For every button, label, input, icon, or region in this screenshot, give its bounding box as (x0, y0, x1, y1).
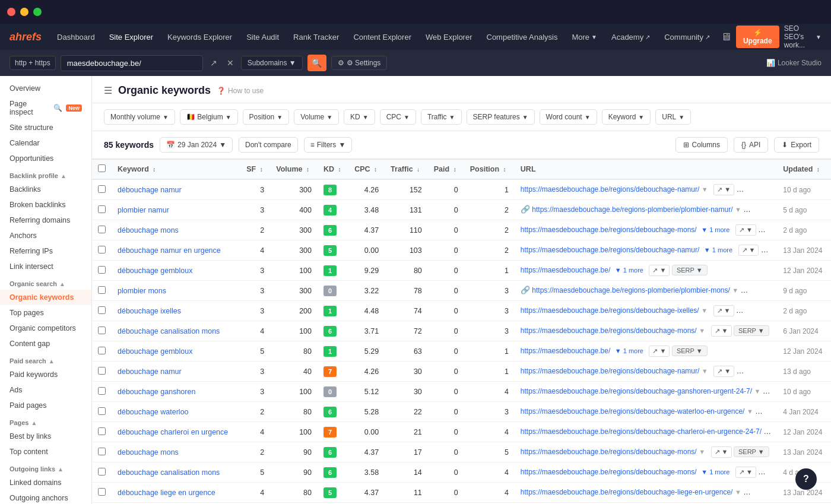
sidebar-item-top-pages[interactable]: Top pages (0, 305, 91, 321)
col-traffic[interactable]: Traffic ↓ (385, 160, 428, 180)
row-checkbox[interactable] (92, 281, 112, 301)
nav-site-audit[interactable]: Site Audit (240, 29, 285, 45)
trend-button[interactable]: ↗ ▼ (759, 406, 777, 417)
url-dropdown[interactable]: ▼ (702, 367, 708, 375)
url-dropdown[interactable]: ▼ (764, 428, 770, 435)
url-dropdown[interactable]: ▼ (732, 287, 738, 294)
trend-button[interactable]: ↗ ▼ (747, 204, 767, 215)
url-input[interactable] (61, 55, 203, 71)
url-link[interactable]: https://maesdebouchage.be/regions/debouc… (521, 367, 700, 375)
keyword-link[interactable]: débouchage charleroi en urgence (118, 428, 228, 436)
sidebar-section-pages[interactable]: Pages ▲ (0, 413, 91, 429)
filter-serp-features[interactable]: SERP features ▼ (467, 109, 535, 125)
nav-keywords-explorer[interactable]: Keywords Explorer (161, 29, 238, 45)
more-url-link[interactable]: ▼ 1 more (701, 468, 729, 476)
more-url-link[interactable]: ▼ 1 more (615, 267, 643, 274)
keyword-link[interactable]: débouchage namur en urgence (118, 246, 221, 255)
nav-competitive[interactable]: Competitive Analysis (481, 29, 564, 45)
url-dropdown[interactable]: ▼ (699, 448, 705, 455)
filter-kd[interactable]: KD ▼ (344, 109, 375, 125)
sidebar-item-link-intersect[interactable]: Link intersect (0, 259, 91, 274)
keyword-link[interactable]: plombier namur (118, 206, 169, 214)
keyword-link[interactable]: debouchage canalisation mons (118, 468, 220, 477)
sidebar-item-organic-keywords[interactable]: Organic keywords (0, 290, 91, 305)
sidebar-section-organic[interactable]: Organic search ▲ (0, 274, 91, 290)
row-checkbox[interactable] (92, 321, 112, 341)
nav-community[interactable]: Community ↗ (658, 29, 716, 45)
url-link[interactable]: https://maesdebouchage.be/ (521, 266, 610, 274)
sidebar-item-referring-ips[interactable]: Referring IPs (0, 243, 91, 259)
url-link[interactable]: https://maesdebouchage.be/regions-plombe… (532, 205, 732, 214)
keyword-link[interactable]: debouchage mons (118, 448, 179, 457)
row-checkbox[interactable] (92, 261, 112, 281)
row-checkbox[interactable] (92, 462, 112, 483)
url-link[interactable]: https://maesdebouchage.be/regions/debouc… (521, 427, 762, 436)
nav-site-explorer[interactable]: Site Explorer (103, 29, 159, 45)
sidebar-item-linked-domains[interactable]: Linked domains (0, 475, 91, 490)
row-checkbox[interactable] (92, 240, 112, 261)
filter-country[interactable]: 🇧🇪 Belgium ▼ (180, 109, 238, 125)
col-kd[interactable]: KD ↕ (318, 160, 348, 180)
sidebar-item-outgoing-anchors[interactable]: Outgoing anchors (0, 490, 91, 504)
close-button[interactable] (7, 8, 15, 16)
keyword-link[interactable]: débouchage mons (118, 226, 179, 234)
select-all-checkbox[interactable] (92, 160, 112, 180)
sidebar-item-anchors[interactable]: Anchors (0, 228, 91, 243)
url-link[interactable]: https://maesdebouchage.be/regions/debouc… (521, 306, 699, 315)
sidebar-item-paid-pages[interactable]: Paid pages (0, 398, 91, 413)
filter-volume[interactable]: Volume ▼ (294, 109, 339, 125)
col-cpc[interactable]: CPC ↕ (348, 160, 385, 180)
url-link[interactable]: https://maesdebouchage.be/regions/debouc… (521, 407, 745, 416)
close-url-button[interactable]: ✕ (224, 56, 236, 70)
col-sf[interactable]: SF ↕ (240, 160, 270, 180)
columns-button[interactable]: ⊞ Columns (675, 137, 728, 153)
serp-button[interactable]: SERP ▼ (767, 285, 777, 296)
trend-button[interactable]: ↗ ▼ (766, 386, 777, 397)
url-dropdown[interactable]: ▼ (701, 307, 708, 314)
serp-button[interactable]: SERP ▼ (734, 446, 769, 457)
sidebar-section-outgoing[interactable]: Outgoing links ▲ (0, 459, 91, 475)
upgrade-button[interactable]: ⚡ Upgrade (736, 26, 779, 48)
serp-button[interactable]: SERP ▼ (761, 245, 777, 255)
row-checkbox[interactable] (92, 402, 112, 422)
keyword-link[interactable]: débouchage waterloo (118, 408, 189, 416)
trend-button[interactable]: ↗ ▼ (776, 426, 777, 438)
minimize-button[interactable] (20, 8, 28, 16)
nav-academy[interactable]: Academy ↗ (605, 29, 656, 45)
sidebar-item-paid-keywords[interactable]: Paid keywords (0, 367, 91, 382)
more-url-link[interactable]: ▼ 1 more (615, 347, 643, 354)
col-keyword[interactable]: Keyword ↕ (112, 160, 240, 180)
looker-studio-button[interactable]: 📊 Looker Studio (766, 59, 822, 67)
sidebar-item-organic-competitors[interactable]: Organic competitors (0, 321, 91, 336)
url-dropdown[interactable]: ▼ (735, 206, 741, 213)
col-volume[interactable]: Volume ↕ (270, 160, 318, 180)
url-link[interactable]: https://maesdebouchage.be/regions/debouc… (521, 387, 752, 395)
settings-button[interactable]: ⚙ ⚙ Settings (331, 56, 388, 70)
url-link[interactable]: https://maesdebouchage.be/regions/debouc… (521, 468, 697, 476)
row-checkbox[interactable] (92, 179, 112, 200)
trend-button[interactable]: ↗ ▼ (713, 305, 734, 316)
serp-button[interactable]: SERP ▼ (770, 487, 778, 497)
url-link[interactable]: https://maesdebouchage.be/regions/debouc… (521, 448, 697, 456)
keyword-link[interactable]: débouchage gembloux (118, 347, 193, 356)
serp-button[interactable]: SERP ▼ (672, 345, 708, 356)
sidebar-item-site-structure[interactable]: Site structure (0, 120, 91, 135)
filter-word-count[interactable]: Word count ▼ (540, 109, 597, 125)
keyword-link[interactable]: débouchage ganshoren (118, 388, 195, 396)
url-link[interactable]: https://maesdebouchage.be/regions/debouc… (521, 488, 733, 496)
url-dropdown[interactable]: ▼ (735, 489, 741, 496)
trend-button[interactable]: ↗ ▼ (744, 285, 765, 296)
keyword-link[interactable]: debouchage namur (118, 367, 182, 376)
sidebar-item-backlinks[interactable]: Backlinks (0, 182, 91, 197)
sidebar-item-referring-domains[interactable]: Referring domains (0, 213, 91, 228)
search-button[interactable]: 🔍 (307, 55, 326, 71)
url-link[interactable]: https://maesdebouchage.be/regions/debouc… (521, 185, 700, 194)
trend-button[interactable]: ↗ ▼ (735, 224, 756, 236)
serp-button[interactable]: SERP ▼ (770, 204, 777, 215)
export-button[interactable]: ⬇ Export (774, 137, 819, 153)
logo[interactable]: ahrefs (9, 31, 42, 43)
date-picker[interactable]: 📅 29 Jan 2024 ▼ (160, 137, 233, 153)
sidebar-item-ads[interactable]: Ads (0, 382, 91, 398)
row-checkbox[interactable] (92, 220, 112, 240)
url-link[interactable]: https://maesdebouchage.be/regions/debouc… (521, 327, 697, 335)
